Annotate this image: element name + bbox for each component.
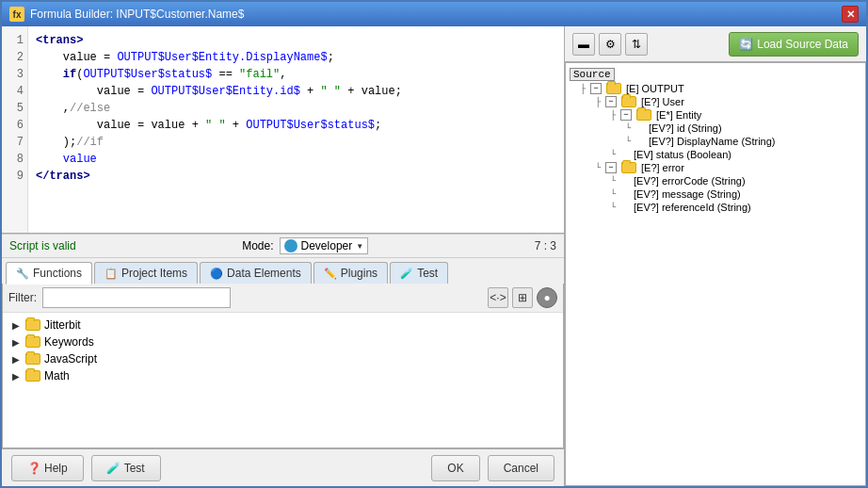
tree-item-jitterbit[interactable]: ▶ Jitterbit (3, 317, 563, 333)
filter-input[interactable] (42, 287, 231, 308)
folder-error (621, 162, 636, 173)
tab-test[interactable]: 🧪 Test (390, 262, 448, 284)
functions-icon: 🔧 (16, 267, 29, 280)
tab-data-elements[interactable]: 🔵 Data Elements (200, 262, 312, 284)
st-displayname[interactable]: └ [EV?] DisplayName (String) (566, 135, 865, 148)
folder-entity (636, 109, 651, 121)
tab-project-items-label: Project Items (121, 267, 187, 280)
tab-data-elements-label: Data Elements (227, 267, 301, 280)
tab-plugins[interactable]: ✏️ Plugins (313, 262, 388, 284)
source-root[interactable]: Source (566, 67, 865, 82)
tree-label-math: Math (44, 369, 70, 382)
label-id: [EV?] id (String) (649, 122, 722, 134)
st-user[interactable]: ├ − [E?] User (566, 95, 865, 108)
label-status: [EV] status (Boolean) (634, 149, 731, 160)
right-toolbar: ▬ ⚙ ⇅ 🔄 Load Source Data (565, 26, 866, 62)
folder-user (621, 96, 636, 107)
st-entity[interactable]: ├ − [E*] Entity (566, 108, 865, 122)
arrows-button[interactable]: <·> (488, 287, 508, 308)
window-title: Formula Builder: INPUT$Customer.Name$ (30, 8, 244, 21)
source-tree: Source ├ − [E] OUTPUT ├ − [E?] User (565, 62, 866, 486)
mode-value: Developer (301, 239, 353, 252)
plugins-icon: ✏️ (324, 267, 337, 280)
tree-item-keywords[interactable]: ▶ Keywords (3, 333, 563, 350)
expand-arrow-keywords: ▶ (10, 337, 22, 348)
connector-entity: ├ (607, 110, 619, 121)
main-content: 12345 6789 <trans> value = OUTPUT$User$E… (2, 26, 866, 486)
help-button[interactable]: ❓ Help (11, 455, 84, 481)
mode-dropdown[interactable]: Developer ▼ (280, 237, 369, 254)
tree-label-keywords: Keywords (44, 335, 94, 349)
tab-functions-label: Functions (33, 267, 82, 280)
test-icon: 🧪 (107, 462, 121, 475)
circle-button[interactable]: ● (537, 287, 557, 308)
connector-displayname: └ (622, 137, 634, 147)
connector-referenceid: └ (607, 203, 619, 213)
tree-item-math[interactable]: ▶ Math (3, 367, 563, 384)
line-numbers: 12345 6789 (2, 26, 28, 233)
label-message: [EV?] message (String) (634, 188, 741, 200)
data-elements-icon: 🔵 (210, 267, 223, 280)
tree-item-javascript[interactable]: ▶ JavaScript (3, 350, 563, 367)
label-error: [E?] error (641, 162, 684, 173)
label-entity: [E*] Entity (656, 109, 701, 121)
functions-tree: ▶ Jitterbit ▶ Keywords ▶ JavaScript (3, 313, 563, 447)
tree-label-jitterbit: Jitterbit (44, 318, 81, 332)
test-button[interactable]: 🧪 Test (91, 455, 161, 481)
titlebar: fx Formula Builder: INPUT$Customer.Name$… (2, 2, 866, 26)
tab-plugins-label: Plugins (341, 267, 378, 280)
footer-right: OK Cancel (431, 455, 555, 481)
load-source-label: Load Source Data (757, 38, 848, 51)
test-tab-icon: 🧪 (400, 267, 413, 280)
cancel-button[interactable]: Cancel (488, 455, 555, 481)
expand-arrow-javascript: ▶ (10, 354, 22, 365)
label-output: [E] OUTPUT (626, 83, 684, 94)
app-icon: fx (9, 7, 24, 22)
close-button[interactable]: ✕ (842, 6, 859, 23)
expand-arrow-jitterbit: ▶ (10, 320, 22, 331)
cancel-label: Cancel (504, 462, 538, 475)
filter-label: Filter: (8, 291, 37, 304)
connector-status: └ (607, 150, 619, 160)
expand-user[interactable]: − (605, 96, 617, 107)
expand-error[interactable]: − (605, 162, 617, 173)
refresh-button[interactable]: ⚙ (599, 33, 621, 56)
label-displayname: [EV?] DisplayName (String) (649, 136, 776, 147)
folder-icon-jitterbit (25, 319, 40, 331)
connector-user: ├ (592, 97, 603, 107)
st-error[interactable]: └ − [E?] error (566, 161, 865, 174)
st-errorcode[interactable]: └ [EV?] errorCode (String) (566, 174, 865, 187)
footer: ❓ Help 🧪 Test OK Cancel (2, 448, 564, 486)
test-label: Test (124, 462, 145, 475)
filter-bar: Filter: <·> ⊞ ● (3, 284, 563, 313)
ok-label: OK (447, 462, 463, 475)
mode-label: Mode: (242, 239, 273, 252)
footer-left: ❓ Help 🧪 Test (11, 455, 161, 481)
st-id[interactable]: └ [EV?] id (String) (566, 122, 865, 135)
expand-entity[interactable]: − (620, 109, 632, 121)
filter-actions: <·> ⊞ ● (488, 287, 557, 308)
code-editor[interactable]: 12345 6789 <trans> value = OUTPUT$User$E… (2, 26, 564, 234)
folder-output (606, 83, 621, 94)
st-message[interactable]: └ [EV?] message (String) (566, 187, 865, 201)
collapse-all-button[interactable]: ▬ (572, 33, 595, 56)
status-bar: Script is valid Mode: Developer ▼ 7 : 3 (2, 234, 564, 258)
ok-button[interactable]: OK (431, 455, 479, 481)
arrows-toolbar-button[interactable]: ⇅ (625, 33, 648, 56)
load-source-button[interactable]: 🔄 Load Source Data (729, 32, 859, 57)
mode-section: Mode: Developer ▼ (242, 237, 368, 254)
st-output[interactable]: ├ − [E] OUTPUT (566, 82, 865, 95)
tab-functions[interactable]: 🔧 Functions (6, 262, 92, 285)
titlebar-left: fx Formula Builder: INPUT$Customer.Name$ (9, 7, 244, 22)
tab-test-label: Test (417, 267, 438, 280)
add-button[interactable]: ⊞ (512, 287, 533, 308)
label-user: [E?] User (641, 96, 684, 107)
expand-output[interactable]: − (590, 83, 602, 94)
st-referenceid[interactable]: └ [EV?] referenceId (String) (566, 201, 865, 214)
tab-project-items[interactable]: 📋 Project Items (94, 262, 198, 284)
connector-error: └ (592, 163, 603, 173)
right-panel: ▬ ⚙ ⇅ 🔄 Load Source Data Source ├ − (565, 26, 866, 486)
code-content[interactable]: <trans> value = OUTPUT$User$Entity.Displ… (28, 26, 564, 233)
functions-panel: Filter: <·> ⊞ ● ▶ Jitterbit ▶ (2, 284, 564, 448)
st-status[interactable]: └ [EV] status (Boolean) (566, 148, 865, 161)
